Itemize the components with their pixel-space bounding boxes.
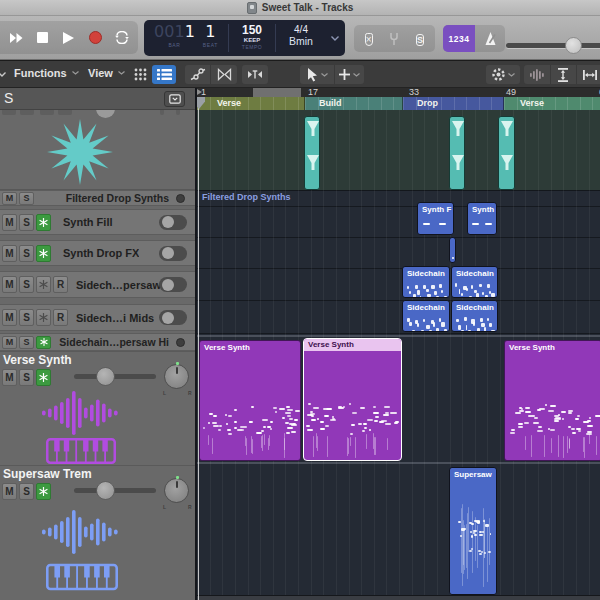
freeze-button[interactable]	[36, 276, 51, 293]
track-on-off-toggle[interactable]	[159, 215, 187, 230]
mute-button[interactable]: M	[2, 214, 17, 231]
midi-region-verse-synth[interactable]: Verse Synth	[303, 338, 402, 461]
midi-region-sidechain[interactable]: Sidechain	[451, 300, 498, 332]
record-button[interactable]	[83, 25, 107, 51]
track-header-synth-fill[interactable]: M S Synth Fill	[0, 209, 195, 235]
view-menu[interactable]: View	[88, 67, 125, 79]
track-on-off-toggle[interactable]	[159, 277, 187, 292]
vertical-zoom-button[interactable]	[551, 65, 577, 84]
track-header-verse-synth[interactable]: Verse Synth M S LR	[0, 351, 195, 465]
horizontal-scrollbar-strip[interactable]	[197, 595, 600, 600]
stop-icon	[37, 32, 48, 43]
track-on-off-toggle[interactable]	[159, 310, 187, 325]
mute-button[interactable]: M	[2, 369, 17, 386]
solo-button[interactable]: S	[19, 192, 34, 205]
lcd-dropdown-chevron[interactable]	[326, 20, 344, 56]
freeze-button[interactable]	[36, 214, 51, 231]
autopunch-button[interactable]: ×	[365, 31, 373, 46]
metronome-button[interactable]	[475, 25, 505, 52]
lcd-key-signature[interactable]: 4/4 Bmin	[276, 20, 326, 56]
marker-build[interactable]: Build	[305, 97, 403, 110]
audio-region[interactable]	[304, 116, 320, 190]
volume-slider-thumb[interactable]	[96, 481, 115, 500]
stop-button[interactable]	[31, 25, 55, 51]
midi-region-sidechain[interactable]: Sidechain	[451, 266, 498, 298]
track-list-view-button[interactable]	[152, 65, 176, 84]
pan-knob[interactable]	[176, 194, 185, 203]
mute-button[interactable]: M	[2, 483, 17, 500]
track-header-options-button[interactable]	[164, 91, 185, 107]
record-enable-button[interactable]: R	[53, 309, 68, 326]
solo-button[interactable]: S	[19, 336, 34, 349]
mute-button[interactable]: M	[2, 245, 17, 262]
mute-button[interactable]: M	[2, 276, 17, 293]
solo-button[interactable]: S	[19, 245, 34, 262]
track-header-filtered-drop-synths[interactable]: M S Filtered Drop Synths	[0, 190, 195, 206]
freeze-button[interactable]	[36, 336, 51, 349]
record-enable-button[interactable]: R	[53, 276, 68, 293]
track-header-sidechain-mids[interactable]: M S R Sidech…i Mids	[0, 304, 195, 331]
track-header-synth-drop-fx[interactable]: M S Synth Drop FX	[0, 240, 195, 266]
waveform-zoom-button[interactable]	[524, 65, 550, 84]
marker-verse[interactable]: Verse	[504, 97, 600, 110]
catch-playhead-button[interactable]	[242, 65, 268, 84]
freeze-button[interactable]	[36, 369, 51, 386]
cycle-button[interactable]	[110, 25, 134, 51]
freeze-button[interactable]	[36, 245, 51, 262]
volume-slider[interactable]	[74, 374, 156, 379]
midi-region[interactable]	[449, 237, 456, 263]
solo-button[interactable]: S	[19, 276, 34, 293]
solo-button[interactable]: S	[19, 309, 34, 326]
secondary-tool-button[interactable]	[335, 65, 364, 84]
midi-region-supersaw[interactable]: Supersaw	[449, 467, 497, 595]
count-in-button[interactable]: 1234	[443, 25, 475, 52]
midi-region-synth-f[interactable]: Synth F	[417, 202, 454, 235]
track-on-off-toggle[interactable]	[159, 246, 187, 261]
solo-button[interactable]: S	[19, 483, 34, 500]
track-header-supersaw-trem[interactable]: Supersaw Trem M S LR	[0, 465, 195, 600]
pointer-tool-button[interactable]	[300, 65, 334, 84]
lcd-tempo[interactable]: 150 KEEP TEMPO	[229, 20, 275, 56]
master-volume-thumb[interactable]	[565, 37, 582, 54]
mute-button[interactable]: M	[2, 192, 17, 205]
master-volume-slider[interactable]	[506, 43, 600, 48]
midi-region-sidechain[interactable]: Sidechain	[402, 266, 450, 298]
automation-button[interactable]	[185, 65, 210, 84]
functions-menu[interactable]: Functions	[14, 67, 79, 79]
midi-region-sidechain[interactable]: Sidechain	[402, 300, 450, 332]
mute-button[interactable]: M	[2, 336, 17, 349]
grid-view-button[interactable]	[130, 65, 150, 84]
freeze-button[interactable]	[36, 483, 51, 500]
flex-button[interactable]	[211, 65, 237, 84]
bar-ruler[interactable]: 117334965	[197, 88, 600, 97]
track-header-drop-stack[interactable]	[0, 110, 195, 190]
marker-verse[interactable]: Verse	[197, 97, 305, 110]
fast-forward-button[interactable]	[4, 25, 28, 51]
solo-button[interactable]: S	[19, 369, 34, 386]
track-header-sidechain-persaw[interactable]: M S R Sidech…persaw	[0, 271, 195, 298]
solo-button[interactable]: S	[19, 214, 34, 231]
audio-region[interactable]	[498, 116, 515, 190]
volume-slider[interactable]	[74, 488, 156, 493]
pan-knob[interactable]	[176, 338, 185, 347]
region-canvas[interactable]: Filtered Drop Synths Synth FSynthSidecha…	[197, 110, 600, 595]
pan-knob[interactable]	[164, 364, 189, 389]
midi-region-verse-synth[interactable]: Verse Synth	[199, 340, 301, 461]
snap-settings-button[interactable]	[486, 65, 520, 84]
lcd-display[interactable]: 0011 BAR 1 BEAT 150 KEEP TEMPO 4/4 Bmin	[144, 20, 345, 56]
chevron-down-icon	[353, 73, 360, 77]
playhead[interactable]	[198, 97, 199, 600]
pan-knob[interactable]	[164, 478, 189, 503]
play-button[interactable]	[57, 25, 81, 51]
volume-slider-thumb[interactable]	[96, 367, 115, 386]
tuner-button[interactable]	[386, 31, 402, 47]
track-header-sidechain-persaw-hi[interactable]: M S Sidechain…persaw Hi	[0, 333, 195, 351]
midi-region-verse-synth[interactable]: Verse Synth	[504, 340, 600, 461]
freeze-button[interactable]	[36, 309, 51, 326]
marker-drop[interactable]: Drop	[403, 97, 504, 110]
audio-region[interactable]	[449, 116, 465, 190]
mute-button[interactable]: M	[2, 309, 17, 326]
midi-region-synth[interactable]: Synth	[467, 202, 497, 235]
solo-mode-button[interactable]: S	[416, 31, 424, 46]
horizontal-zoom-button[interactable]	[577, 65, 600, 84]
